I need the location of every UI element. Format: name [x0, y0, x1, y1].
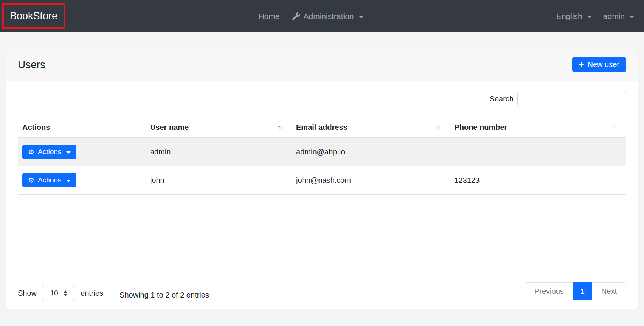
gear-icon: ⚙ — [28, 177, 34, 184]
column-header-email[interactable]: Email address ↑↓ — [292, 117, 450, 138]
chevron-down-icon — [66, 180, 71, 182]
page-1-button[interactable]: 1 — [573, 282, 592, 300]
chevron-down-icon — [630, 16, 634, 18]
page-size-value: 10 — [50, 289, 58, 297]
gear-icon: ⚙ — [28, 148, 34, 156]
table-footer: Show 10 entries Showing 1 to 2 of 2 entr… — [18, 282, 626, 301]
table-row: ⚙ Actions john john@nash.com 123123 — [18, 166, 626, 195]
cell-email: admin@abp.io — [292, 138, 450, 166]
chevron-down-icon — [359, 16, 363, 18]
column-header-phone[interactable]: Phone number ↑↓ — [450, 117, 626, 138]
language-label: English — [556, 12, 582, 21]
user-menu-dropdown[interactable]: admin — [603, 12, 634, 21]
page-size-select[interactable]: 10 — [42, 285, 75, 301]
sort-icon: ↑↓ — [436, 123, 440, 131]
page-length-group: Show 10 entries — [18, 285, 103, 301]
actions-label: Actions — [38, 148, 61, 156]
cell-actions: ⚙ Actions — [18, 166, 146, 195]
search-input[interactable] — [517, 92, 626, 106]
column-label: Email address — [296, 123, 348, 132]
wrench-icon — [292, 12, 300, 20]
nav-item-administration[interactable]: Administration — [292, 12, 363, 21]
cell-user-name: john — [146, 166, 292, 195]
brand-link[interactable]: BookStore — [10, 10, 57, 22]
search-label: Search — [490, 95, 514, 103]
sort-icon: ↑↓ — [278, 123, 282, 131]
entries-label: entries — [81, 289, 103, 298]
cell-phone — [450, 138, 626, 166]
sort-icon: ↑↓ — [612, 123, 617, 131]
table-header-row: Actions User name ↑↓ Email address ↑↓ — [18, 117, 626, 138]
search-row: Search — [18, 92, 626, 106]
plus-icon: + — [579, 61, 584, 68]
chevron-down-icon — [66, 151, 71, 154]
column-header-actions: Actions — [18, 117, 146, 138]
nav-administration-label: Administration — [303, 12, 354, 21]
pagination: Previous 1 Next — [525, 282, 626, 300]
actions-label: Actions — [38, 176, 61, 184]
top-navbar: BookStore Home Administration English ad… — [0, 0, 644, 32]
new-user-label: New user — [588, 60, 619, 69]
cell-email: john@nash.com — [292, 166, 450, 195]
column-label: User name — [150, 123, 189, 132]
nav-home-label: Home — [258, 12, 279, 21]
annotation-red-box: BookStore — [2, 3, 65, 29]
select-stepper-icon — [64, 290, 67, 296]
language-dropdown[interactable]: English — [556, 12, 592, 21]
chevron-down-icon — [587, 16, 592, 18]
showing-entries-info: Showing 1 to 2 of 2 entries — [119, 291, 209, 299]
main-menu: Home Administration — [258, 12, 363, 21]
column-label: Phone number — [454, 123, 507, 132]
next-page-button[interactable]: Next — [592, 282, 626, 300]
page-title: Users — [18, 59, 45, 71]
table-row: ⚙ Actions admin admin@abp.io — [18, 138, 626, 166]
nav-item-home[interactable]: Home — [258, 12, 279, 21]
column-header-user-name[interactable]: User name ↑↓ — [146, 117, 292, 138]
column-label: Actions — [22, 123, 50, 132]
username-label: admin — [603, 12, 625, 21]
users-card: Users + New user Search Actions User nam… — [6, 48, 638, 309]
navbar-right: English admin — [556, 12, 634, 21]
cell-phone: 123123 — [450, 166, 626, 195]
row-actions-button[interactable]: ⚙ Actions — [22, 145, 76, 159]
show-label: Show — [18, 289, 37, 298]
card-body: Search Actions User name ↑↓ — [6, 81, 638, 309]
new-user-button[interactable]: + New user — [572, 57, 627, 72]
cell-actions: ⚙ Actions — [18, 138, 146, 166]
row-actions-button[interactable]: ⚙ Actions — [22, 173, 76, 187]
users-table: Actions User name ↑↓ Email address ↑↓ — [18, 117, 626, 195]
previous-page-button[interactable]: Previous — [525, 282, 573, 300]
cell-user-name: admin — [146, 138, 292, 166]
card-header: Users + New user — [6, 48, 638, 81]
